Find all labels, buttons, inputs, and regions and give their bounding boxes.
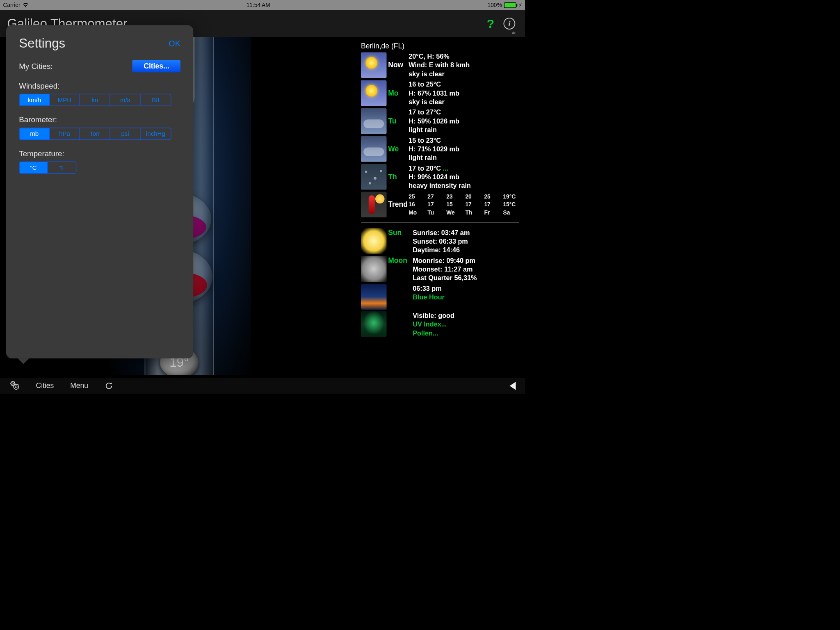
forecast-row-tu[interactable]: Tu17 to 27°CH: 59% 1026 mblight rain bbox=[361, 108, 519, 134]
day-label: Tu bbox=[388, 116, 409, 126]
day-label: We bbox=[388, 144, 409, 154]
trend-cell: Sa bbox=[503, 209, 519, 216]
svg-point-1 bbox=[12, 383, 14, 384]
svg-point-3 bbox=[15, 386, 17, 388]
weather-icon bbox=[361, 52, 387, 78]
barometer-option-torr[interactable]: Torr bbox=[80, 128, 110, 140]
trend-cell: Tu bbox=[427, 209, 443, 216]
forecast-line3: sky is clear bbox=[409, 98, 459, 106]
forecast-line2: H: 99% 1024 mb bbox=[409, 173, 471, 181]
trend-cell: 17 bbox=[465, 201, 481, 208]
sun-icon bbox=[361, 228, 387, 254]
info-icon[interactable]: i de bbox=[504, 18, 516, 30]
forecast-row-th[interactable]: Th17 to 20°C ...H: 99% 1024 mbheavy inte… bbox=[361, 164, 519, 190]
moon-label: Moon bbox=[388, 256, 413, 265]
forecast-line3: heavy intensity rain bbox=[409, 181, 471, 190]
temperature-option-c[interactable]: °C bbox=[20, 162, 48, 173]
forecast-line1: 16 to 25°C bbox=[409, 80, 459, 89]
aurora-icon bbox=[361, 311, 387, 337]
reload-icon[interactable] bbox=[105, 381, 113, 390]
trend-cell: Th bbox=[465, 209, 481, 216]
moonrise-text: Moonrise: 09:40 pm bbox=[413, 256, 477, 265]
pollen-link[interactable]: Pollen... bbox=[413, 329, 454, 337]
settings-gear-icon[interactable] bbox=[9, 380, 20, 392]
my-cities-label: My Cities: bbox=[19, 62, 52, 71]
forecast-line2: H: 59% 1026 mb bbox=[409, 116, 459, 125]
barometer-option-mb[interactable]: mb bbox=[20, 128, 50, 140]
barometer-label: Barometer: bbox=[19, 115, 180, 124]
forecast-line1: 15 to 23°C bbox=[409, 136, 459, 144]
trend-cell: 17 bbox=[484, 201, 500, 208]
visible-text: Visible: good bbox=[413, 311, 454, 320]
trend-cell: 15°C bbox=[503, 201, 519, 208]
forecast-row-now[interactable]: Now20°C, H: 56%Wind: E with 8 kmhsky is … bbox=[361, 52, 519, 78]
day-label: Th bbox=[388, 172, 409, 182]
forecast-line1: 17 to 20°C ... bbox=[409, 164, 471, 172]
toolbar-menu[interactable]: Menu bbox=[70, 382, 88, 390]
trend-cell: 16 bbox=[409, 201, 425, 208]
trend-cell: 19°C bbox=[503, 193, 519, 200]
bluehour-icon bbox=[361, 284, 387, 310]
charging-icon: ⚡︎ bbox=[518, 2, 522, 8]
trend-row[interactable]: Trend 252723202519°C161715171715°CMoTuWe… bbox=[361, 192, 519, 217]
trend-cell: 15 bbox=[446, 201, 462, 208]
moon-phase-text: Last Quarter 56,31% bbox=[413, 274, 477, 282]
windspeed-option-bft[interactable]: Bft bbox=[141, 94, 171, 106]
trend-cell: 25 bbox=[409, 193, 425, 200]
help-icon[interactable]: ? bbox=[487, 16, 494, 30]
trend-cell: We bbox=[446, 209, 462, 216]
battery-percent: 100% bbox=[488, 2, 502, 8]
windspeed-option-ms[interactable]: m/s bbox=[110, 94, 141, 106]
forecast-line1: 20°C, H: 56% bbox=[409, 52, 470, 61]
trend-icon bbox=[361, 192, 387, 217]
forecast-line2: Wind: E with 8 kmh bbox=[409, 61, 470, 69]
bluehour-time: 06:33 pm bbox=[413, 284, 445, 292]
windspeed-option-kmh[interactable]: km/h bbox=[20, 94, 50, 106]
uv-link[interactable]: UV Index... bbox=[413, 320, 454, 329]
windspeed-option-mph[interactable]: MPH bbox=[50, 94, 80, 106]
settings-popover: Settings OK My Cities: Cities... Windspe… bbox=[6, 25, 193, 358]
bluehour-row[interactable]: 06:33 pm Blue Hour bbox=[361, 284, 519, 310]
forecast-line3: light rain bbox=[409, 126, 459, 134]
forecast-panel: Berlin,de (FL) Now20°C, H: 56%Wind: E wi… bbox=[358, 37, 525, 378]
weather-icon bbox=[361, 164, 387, 190]
daytime-text: Daytime: 14:46 bbox=[413, 246, 470, 254]
barometer-option-psi[interactable]: psi bbox=[110, 128, 141, 140]
weather-icon bbox=[361, 80, 387, 106]
weather-icon bbox=[361, 108, 387, 134]
windspeed-option-kn[interactable]: kn bbox=[80, 94, 110, 106]
moonset-text: Moonset: 11:27 am bbox=[413, 265, 477, 274]
sun-row[interactable]: Sun Sunrise: 03:47 am Sunset: 06:33 pm D… bbox=[361, 228, 519, 254]
barometer-segmented[interactable]: mbhPaTorrpsiinchHg bbox=[19, 128, 171, 140]
windspeed-label: Windspeed: bbox=[19, 82, 180, 90]
cities-button[interactable]: Cities... bbox=[132, 60, 180, 72]
forecast-row-mo[interactable]: Mo16 to 25°CH: 67% 1031 mbsky is clear bbox=[361, 80, 519, 106]
ios-status-bar: Carrier 11:54 AM 100% ⚡︎ bbox=[0, 0, 525, 10]
moon-row[interactable]: Moon Moonrise: 09:40 pm Moonset: 11:27 a… bbox=[361, 256, 519, 282]
toolbar-cities[interactable]: Cities bbox=[36, 382, 54, 390]
moon-icon bbox=[361, 256, 387, 282]
forecast-line2: H: 71% 1029 mb bbox=[409, 145, 459, 153]
day-label: Mo bbox=[388, 89, 409, 98]
sunrise-text: Sunrise: 03:47 am bbox=[413, 228, 470, 237]
barometer-option-hpa[interactable]: hPa bbox=[50, 128, 80, 140]
sunset-text: Sunset: 06:33 pm bbox=[413, 237, 470, 245]
trend-cell: 25 bbox=[484, 193, 500, 200]
info-subtitle: de bbox=[512, 31, 516, 35]
weather-icon bbox=[361, 136, 387, 162]
extras-row[interactable]: Visible: good UV Index... Pollen... bbox=[361, 311, 519, 337]
wifi-icon bbox=[23, 2, 29, 8]
temperature-option-f[interactable]: °F bbox=[48, 162, 76, 173]
day-label: Now bbox=[388, 60, 409, 70]
settings-ok-button[interactable]: OK bbox=[169, 39, 180, 48]
forecast-row-we[interactable]: We15 to 23°CH: 71% 1029 mblight rain bbox=[361, 136, 519, 162]
temperature-segmented[interactable]: °C°F bbox=[19, 162, 76, 174]
barometer-option-inchhg[interactable]: inchHg bbox=[141, 128, 171, 140]
windspeed-segmented[interactable]: km/hMPHknm/sBft bbox=[19, 94, 171, 106]
settings-title: Settings bbox=[19, 36, 65, 51]
trend-cell: 20 bbox=[465, 193, 481, 200]
trend-cell: 17 bbox=[427, 201, 443, 208]
carrier-label: Carrier bbox=[3, 2, 21, 8]
back-icon[interactable] bbox=[510, 382, 516, 390]
forecast-line3: sky is clear bbox=[409, 70, 470, 78]
